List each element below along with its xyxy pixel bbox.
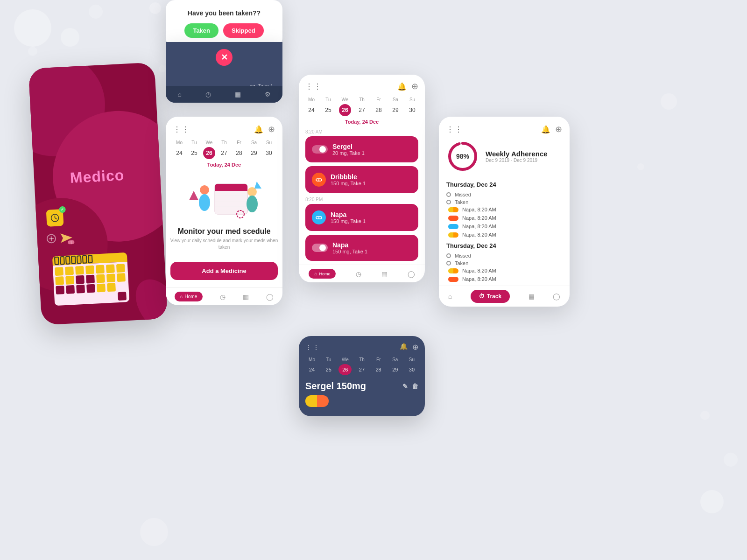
schedule-bell-icon[interactable]: 🔔	[397, 82, 407, 91]
detail-add-icon[interactable]: ⊕	[412, 343, 418, 351]
taken-button[interactable]: Taken	[184, 23, 218, 38]
schedule-nav-profile[interactable]: ◯	[408, 270, 415, 278]
detail-bell-icon[interactable]: 🔔	[400, 343, 408, 351]
nav-chart[interactable]: ◷	[220, 293, 226, 301]
screens-wrapper: Medico ✓	[0, 0, 747, 560]
log-text-4: Napa, 8:20 AM	[462, 232, 496, 238]
svg-point-19	[247, 196, 258, 212]
med-detail-screen: ⋮⋮ 🔔 ⊕ Mo Tu We Th Fr Sa Su 24 25 26 27 …	[299, 336, 425, 416]
napa1-dose: 150 mg, Take 1	[331, 218, 412, 224]
day-label-th: Th	[218, 140, 230, 145]
med-card-napa2[interactable]: Napa 150 mg, Take 1	[305, 235, 418, 261]
schedule-nav-home[interactable]: ⌂ Home	[309, 269, 336, 279]
napa1-icon	[312, 210, 326, 224]
adherence-screen: ⋮⋮ 🔔 ⊕ 98% Weekly Adherence Dec 9	[439, 117, 570, 307]
close-button[interactable]: ✕	[216, 49, 233, 66]
dribbble-icon	[312, 173, 326, 187]
popup-nav-profile-icon[interactable]: ⚙	[265, 91, 271, 98]
popup-nav-calendar-icon[interactable]: ▦	[235, 91, 241, 98]
day-label-sa: Sa	[248, 140, 260, 145]
med-card-dribbble[interactable]: Dribbble 150 mg, Take 1	[305, 166, 418, 193]
chart-icon: ◷	[220, 293, 226, 301]
adherence-nav-home[interactable]: ⌂	[448, 293, 452, 300]
day-label-su: Su	[263, 140, 275, 145]
date-28[interactable]: 28	[233, 147, 245, 159]
nav-calendar[interactable]: ▦	[243, 293, 249, 301]
date-24[interactable]: 24	[173, 147, 185, 159]
adherence-percentage: 98%	[456, 153, 469, 160]
nav-profile[interactable]: ◯	[266, 293, 274, 301]
missed-label-2: Missed	[455, 253, 471, 259]
bell-icon[interactable]: 🔔	[254, 125, 263, 134]
splash-screen: Medico ✓	[28, 62, 168, 325]
illustration-svg	[187, 177, 261, 224]
adherence-menu-icon[interactable]: ⋮⋮	[446, 125, 463, 134]
pill-visual	[305, 395, 329, 407]
track-button[interactable]: ⏱ Track	[471, 290, 510, 303]
log-row-2: Napa, 8:20 AM	[446, 215, 562, 221]
section-title-2: Thursday, Dec 24	[446, 242, 562, 249]
notification-popup: Have you been taken?? Taken Skipped	[166, 0, 282, 47]
log-row-4: Napa, 8:20 AM	[446, 232, 562, 238]
missed-status-2: Missed	[446, 253, 562, 259]
napa2-name: Napa	[332, 241, 412, 249]
date-30[interactable]: 30	[263, 147, 275, 159]
pill-icon-2	[315, 214, 323, 221]
med-card-sergel[interactable]: Sergel 20 mg, Take 1	[305, 136, 418, 162]
popup-nav: ⌂ ◷ ▦ ⚙	[166, 86, 282, 103]
adherence-date: Dec 9 2019 - Dec 9 2019	[486, 158, 548, 163]
home-icon: ⌂	[180, 294, 183, 299]
date-26-active[interactable]: 26	[203, 147, 215, 159]
date-25[interactable]: 25	[188, 147, 200, 159]
missed-circle-1	[446, 192, 451, 197]
adherence-add-icon[interactable]: ⊕	[555, 124, 562, 134]
schedule-nav-chart[interactable]: ◷	[356, 270, 361, 278]
schedule-bottom-nav: ⌂ Home ◷ ▦ ◯	[299, 265, 425, 282]
delete-icon[interactable]: 🗑	[412, 383, 418, 390]
missed-status-1: Missed	[446, 192, 562, 197]
track-label: Track	[487, 293, 501, 300]
log-pill-2	[448, 216, 458, 221]
detail-cal-dates: 24 25 26 27 28 29 30	[305, 364, 418, 375]
adherence-nav-profile[interactable]: ◯	[553, 293, 560, 300]
time-morning: 8:20 AM	[305, 129, 418, 134]
adherence-progress: 98%	[446, 140, 479, 173]
main-home-screen: ⋮⋮ 🔔 ⊕ Mo Tu We Th Fr Sa Su 24 25 26 2	[166, 117, 282, 305]
schedule-add-icon[interactable]: ⊕	[411, 81, 418, 91]
menu-dots-icon[interactable]: ⋮⋮	[173, 125, 190, 134]
popup-nav-home-icon[interactable]: ⌂	[177, 91, 181, 98]
add-icon[interactable]: ⊕	[268, 124, 275, 134]
dribbble-dose: 150 mg, Take 1	[331, 181, 412, 186]
log-text-2: Napa, 8:20 AM	[462, 215, 496, 221]
home-icon-2: ⌂	[314, 271, 317, 276]
med-card-napa1[interactable]: Napa 150 mg, Take 1	[305, 204, 418, 231]
home-label: Home	[185, 294, 197, 299]
taken-label-1: Taken	[455, 199, 468, 205]
adherence-bell-icon[interactable]: 🔔	[541, 125, 550, 134]
home-icon-3: ⌂	[448, 293, 452, 300]
skipped-button[interactable]: Skipped	[223, 23, 264, 38]
calendar-icon: ▦	[243, 293, 249, 301]
add-medicine-button[interactable]: Add a Medicine	[170, 262, 278, 280]
profile-icon-3: ◯	[553, 293, 560, 300]
day-label-fr: Fr	[233, 140, 245, 145]
taken-circle-2	[446, 261, 451, 266]
schedule-screen: ⋮⋮ 🔔 ⊕ Mo Tu We Th Fr Sa Su 24 25 26 2	[299, 75, 425, 282]
popup-nav-chart-icon[interactable]: ◷	[205, 91, 211, 98]
date-29[interactable]: 29	[248, 147, 260, 159]
taken-label-2: Taken	[455, 260, 468, 266]
napa2-toggle[interactable]	[312, 244, 328, 252]
home-label-2: Home	[319, 272, 330, 276]
nav-home[interactable]: ⌂ Home	[175, 292, 203, 301]
taken-circle-1	[446, 200, 451, 204]
schedule-nav-calendar[interactable]: ▦	[381, 270, 388, 278]
adherence-nav-calendar[interactable]: ▦	[529, 293, 535, 300]
edit-icon[interactable]: ✎	[402, 383, 408, 390]
detail-menu-icon[interactable]: ⋮⋮	[305, 343, 320, 351]
schedule-menu-icon[interactable]: ⋮⋮	[305, 82, 322, 91]
log-text-6: Napa, 8:20 AM	[462, 276, 496, 282]
splash-icon-row	[46, 228, 75, 250]
calendar-icon-3: ▦	[529, 293, 535, 300]
sergel-toggle[interactable]	[312, 145, 328, 154]
date-27[interactable]: 27	[218, 147, 230, 159]
